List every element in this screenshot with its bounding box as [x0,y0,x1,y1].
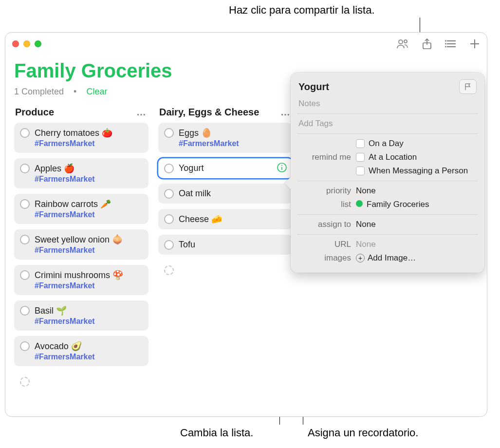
item-title: Oat milk [179,188,287,199]
remind-location-checkbox[interactable] [356,153,365,162]
divider [297,181,478,181]
item-tag[interactable]: #FarmersMarket [35,317,143,326]
svg-point-1 [404,40,407,43]
tags-field[interactable]: Add Tags [298,117,477,131]
divider [297,214,478,215]
item-checkbox[interactable] [20,306,30,316]
priority-value[interactable]: None [356,186,477,196]
list-item[interactable]: Apples 🍎 #FarmersMarket [14,158,148,188]
new-reminder-icon[interactable] [469,38,480,49]
url-value[interactable]: None [356,240,477,249]
callout-change-list: Cambia la lista. [180,427,253,439]
item-title: Sweet yellow onion 🧅 [35,234,143,245]
assign-to-value[interactable]: None [356,220,477,229]
list-color-dot [356,200,363,207]
svg-point-0 [399,40,403,44]
list-item-selected[interactable]: Yogurt [158,158,293,178]
item-checkbox[interactable] [164,189,174,199]
item-tag[interactable]: #FarmersMarket [35,246,143,255]
images-label: images [298,253,351,263]
new-item-placeholder[interactable] [14,372,148,392]
clear-button[interactable]: Clear [86,87,107,96]
section-title: Dairy, Eggs & Cheese [159,107,259,118]
item-title: Yogurt [179,163,287,173]
list-item[interactable]: Cheese 🧀 [158,209,293,229]
item-checkbox[interactable] [164,240,174,250]
item-checkbox[interactable] [20,164,30,173]
item-checkbox[interactable] [20,128,30,138]
section-dairy: Dairy, Eggs & Cheese … Eggs 🥚 #FarmersMa… [158,106,293,397]
list-item[interactable]: Cherry tomatoes 🍅 #FarmersMarket [14,123,148,153]
flag-button[interactable] [459,79,477,94]
window-close-button[interactable] [12,40,19,47]
item-title: Basil 🌱 [35,305,143,316]
titlebar [5,33,487,55]
remind-day-label: On a Day [369,139,404,149]
collaborate-icon[interactable] [396,38,409,49]
svg-point-7 [445,43,446,45]
section-more-button[interactable]: … [136,107,147,118]
separator-dot: • [74,87,76,96]
list-item[interactable]: Tofu [158,235,293,255]
section-header: Produce … [14,106,148,123]
remind-messaging-checkbox[interactable] [356,167,365,175]
divider [297,133,478,134]
item-tag[interactable]: #FarmersMarket [179,139,287,148]
item-title: Eggs 🥚 [179,128,287,138]
section-more-button[interactable]: … [280,107,291,118]
list-item[interactable]: Sweet yellow onion 🧅 #FarmersMarket [14,229,148,260]
view-options-icon[interactable] [445,39,457,49]
assign-to-label: assign to [298,220,351,229]
divider [297,234,478,235]
remind-day-checkbox[interactable] [356,139,365,148]
list-item[interactable]: Oat milk [158,184,293,204]
item-tag[interactable]: #FarmersMarket [35,210,143,219]
item-checkbox[interactable] [164,214,174,224]
list-item[interactable]: Basil 🌱 #FarmersMarket [14,300,148,331]
list-name: Family Groceries [367,200,429,209]
item-checkbox[interactable] [20,235,30,244]
window-controls [12,40,41,47]
list-item[interactable]: Avocado 🥑 #FarmersMarket [14,336,148,366]
item-checkbox[interactable] [20,199,30,209]
popover-title[interactable]: Yogurt [298,81,329,93]
list-value[interactable]: Family Groceries [356,200,477,209]
priority-label: priority [298,186,351,196]
item-checkbox[interactable] [164,164,174,173]
remind-location-label: At a Location [369,152,417,162]
list-item[interactable]: Eggs 🥚 #FarmersMarket [158,123,293,153]
item-tag[interactable]: #FarmersMarket [35,139,143,148]
svg-point-8 [445,46,446,48]
list-item[interactable]: Rainbow carrots 🥕 #FarmersMarket [14,194,148,224]
window-zoom-button[interactable] [35,40,41,47]
window-minimize-button[interactable] [23,40,30,47]
svg-point-6 [445,40,446,42]
item-checkbox-placeholder[interactable] [20,377,30,387]
add-image-label: Add Image… [368,253,416,263]
remind-messaging-label: When Messaging a Person [369,166,468,176]
item-tag[interactable]: #FarmersMarket [35,353,143,361]
item-info-button[interactable] [277,163,287,174]
list-label: list [298,200,351,209]
share-icon[interactable] [422,38,432,50]
new-item-placeholder[interactable] [158,260,293,280]
list-item[interactable]: Crimini mushrooms 🍄 #FarmersMarket [14,265,148,295]
url-label: URL [298,240,351,249]
item-title: Crimini mushrooms 🍄 [35,270,143,280]
item-checkbox[interactable] [20,270,30,280]
item-checkbox-placeholder[interactable] [164,265,174,275]
callout-assign: Asigna un recordatorio. [308,427,418,439]
app-window: Family Groceries 1 Completed • Clear Pro… [5,32,487,417]
item-checkbox[interactable] [164,128,174,138]
section-produce: Produce … Cherry tomatoes 🍅 #FarmersMark… [14,106,148,397]
item-tag[interactable]: #FarmersMarket [35,175,143,184]
add-image-button[interactable]: + Add Image… [356,253,477,263]
reminder-detail-popover: Yogurt Notes Add Tags remind me On a Day [291,73,484,273]
notes-field[interactable]: Notes [298,97,477,111]
toolbar [396,38,480,50]
callout-share: Haz clic para compartir la lista. [229,4,375,17]
item-checkbox[interactable] [20,341,30,351]
item-tag[interactable]: #FarmersMarket [35,281,143,290]
item-title: Apples 🍎 [35,163,143,174]
item-title: Cheese 🧀 [179,214,287,224]
